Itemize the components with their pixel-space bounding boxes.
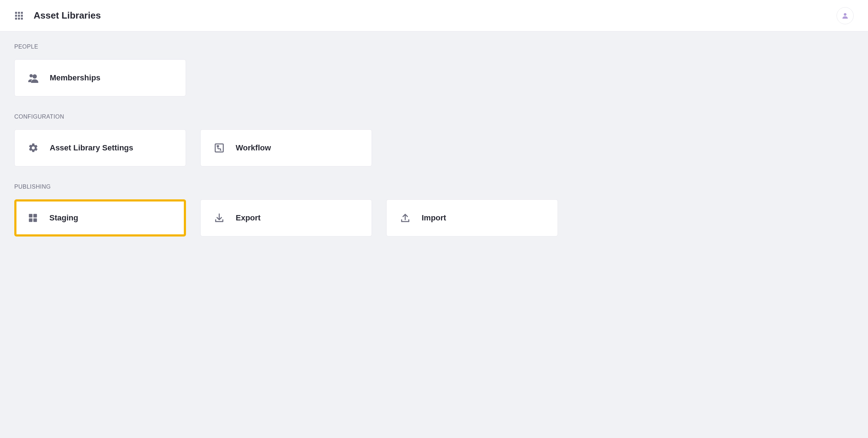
card-label-memberships: Memberships (50, 73, 100, 83)
svg-rect-14 (29, 214, 33, 218)
workflow-icon (214, 143, 225, 153)
users-icon (28, 73, 39, 83)
card-asset-library-settings[interactable]: Asset Library Settings (14, 129, 186, 166)
card-label-export: Export (236, 213, 261, 223)
section-label-people: PEOPLE (14, 44, 854, 50)
card-label-workflow: Workflow (236, 143, 271, 153)
cards-row-configuration: Asset Library Settings Workflow (14, 129, 854, 166)
upload-icon (399, 213, 411, 223)
svg-rect-13 (217, 145, 219, 147)
topbar: Asset Libraries (0, 0, 868, 31)
staging-icon (27, 213, 39, 223)
svg-rect-16 (29, 218, 33, 222)
card-workflow[interactable]: Workflow (200, 129, 372, 166)
page-title: Asset Libraries (34, 10, 101, 21)
svg-rect-3 (15, 15, 17, 16)
topbar-left: Asset Libraries (14, 10, 101, 21)
section-label-configuration: CONFIGURATION (14, 114, 854, 120)
card-export[interactable]: Export (200, 199, 372, 237)
svg-point-11 (30, 74, 33, 78)
svg-rect-1 (18, 12, 20, 14)
cards-row-publishing: Staging Export (14, 199, 854, 237)
download-icon (214, 213, 225, 223)
svg-point-10 (33, 74, 37, 79)
card-import[interactable]: Import (386, 199, 558, 237)
card-label-settings: Asset Library Settings (50, 143, 133, 153)
user-avatar-button[interactable] (837, 7, 854, 24)
svg-rect-0 (15, 12, 17, 14)
cards-row-people: Memberships (14, 59, 854, 96)
svg-rect-15 (33, 214, 37, 218)
content: PEOPLE Memberships CONFIGURATION Asset (0, 31, 868, 268)
svg-rect-4 (18, 15, 20, 16)
user-icon (841, 12, 849, 20)
card-staging[interactable]: Staging (14, 199, 186, 237)
svg-rect-7 (18, 18, 20, 19)
svg-rect-17 (33, 218, 37, 222)
card-label-staging: Staging (49, 213, 78, 223)
card-label-import: Import (422, 213, 446, 223)
section-label-publishing: PUBLISHING (14, 184, 854, 190)
svg-rect-12 (215, 144, 224, 152)
svg-rect-6 (15, 18, 17, 19)
svg-rect-8 (21, 18, 23, 19)
card-memberships[interactable]: Memberships (14, 59, 186, 96)
svg-point-9 (844, 13, 846, 15)
svg-rect-2 (21, 12, 23, 14)
svg-rect-5 (21, 15, 23, 16)
gear-icon (28, 143, 39, 153)
apps-grid-icon[interactable] (14, 11, 24, 20)
